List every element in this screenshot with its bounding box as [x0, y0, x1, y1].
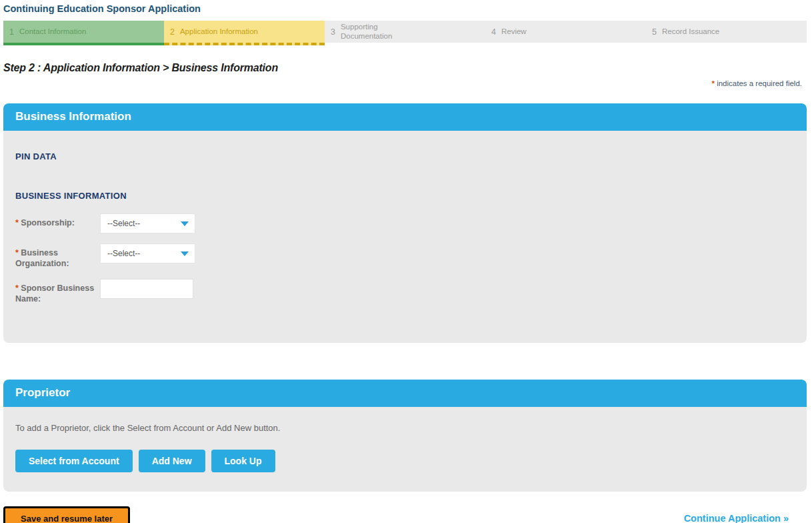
required-asterisk: * [711, 79, 714, 87]
sponsor-business-name-input[interactable] [100, 279, 193, 299]
chevron-down-icon [181, 221, 189, 226]
business-information-body: PIN DATA BUSINESS INFORMATION * Sponsors… [3, 131, 807, 343]
required-note-text: indicates a required field. [717, 79, 802, 87]
step-number: 5 [652, 27, 657, 37]
business-information-form: * Sponsorship: --Select-- * Business Org… [15, 213, 795, 305]
form-row-business-organization: * Business Organization: --Select-- [15, 243, 795, 269]
business-organization-select-value: --Select-- [107, 249, 140, 258]
step-label: Record Issuance [662, 27, 719, 37]
step-breadcrumb-heading: Step 2 : Application Information > Busin… [3, 62, 812, 74]
step-number: 1 [9, 27, 14, 37]
required-field-note: * indicates a required field. [0, 79, 802, 87]
required-asterisk: * [15, 248, 19, 257]
progress-step-record-issuance[interactable]: 5 Record Issuance [646, 21, 807, 45]
required-asterisk: * [15, 218, 19, 227]
required-asterisk: * [15, 284, 19, 293]
proprietor-section: Proprietor To add a Proprietor, click th… [3, 380, 807, 492]
application-page: Continuing Education Sponsor Application… [0, 0, 812, 523]
progress-bar: 1 Contact Information 2 Application Info… [3, 21, 807, 45]
save-and-resume-later-button[interactable]: Save and resume later [3, 506, 130, 523]
proprietor-buttons: Select from Account Add New Look Up [15, 450, 795, 472]
pin-data-heading: PIN DATA [15, 151, 795, 161]
business-organization-select[interactable]: --Select-- [100, 243, 195, 264]
sponsor-business-name-label: * Sponsor Business Name: [15, 279, 100, 304]
sponsorship-label: * Sponsorship: [15, 213, 100, 229]
page-title: Continuing Education Sponsor Application [3, 3, 812, 14]
step-number: 3 [331, 27, 335, 37]
sponsorship-select-value: --Select-- [107, 219, 140, 228]
proprietor-header: Proprietor [3, 380, 807, 407]
step-number: 2 [170, 27, 175, 37]
proprietor-body: To add a Proprietor, click the Select fr… [3, 407, 807, 492]
business-organization-label: * Business Organization: [15, 243, 100, 269]
business-information-section: Business Information PIN DATA BUSINESS I… [3, 103, 807, 343]
add-new-button[interactable]: Add New [139, 450, 205, 472]
business-information-subheading: BUSINESS INFORMATION [15, 191, 795, 201]
form-row-sponsor-business-name: * Sponsor Business Name: [15, 279, 795, 304]
look-up-button[interactable]: Look Up [211, 450, 275, 472]
step-label: Review [501, 27, 527, 37]
chevron-down-icon [181, 251, 189, 256]
sponsorship-select[interactable]: --Select-- [100, 213, 195, 233]
business-information-header: Business Information [3, 103, 807, 131]
proprietor-instruction: To add a Proprietor, click the Select fr… [15, 423, 795, 433]
footer-actions: Save and resume later Continue Applicati… [3, 506, 807, 523]
progress-step-review[interactable]: 4 Review [485, 21, 646, 45]
step-label: Contact Information [19, 27, 86, 37]
progress-step-application-information[interactable]: 2 Application Information [164, 21, 325, 45]
progress-step-contact-information[interactable]: 1 Contact Information [3, 21, 164, 45]
step-label: Supporting Documentation [341, 23, 424, 41]
form-row-sponsorship: * Sponsorship: --Select-- [15, 213, 795, 233]
step-number: 4 [491, 27, 496, 37]
step-label: Application Information [180, 27, 258, 37]
select-from-account-button[interactable]: Select from Account [15, 450, 133, 472]
progress-step-supporting-documentation[interactable]: 3 Supporting Documentation [325, 21, 485, 45]
continue-application-link[interactable]: Continue Application » [684, 513, 789, 523]
